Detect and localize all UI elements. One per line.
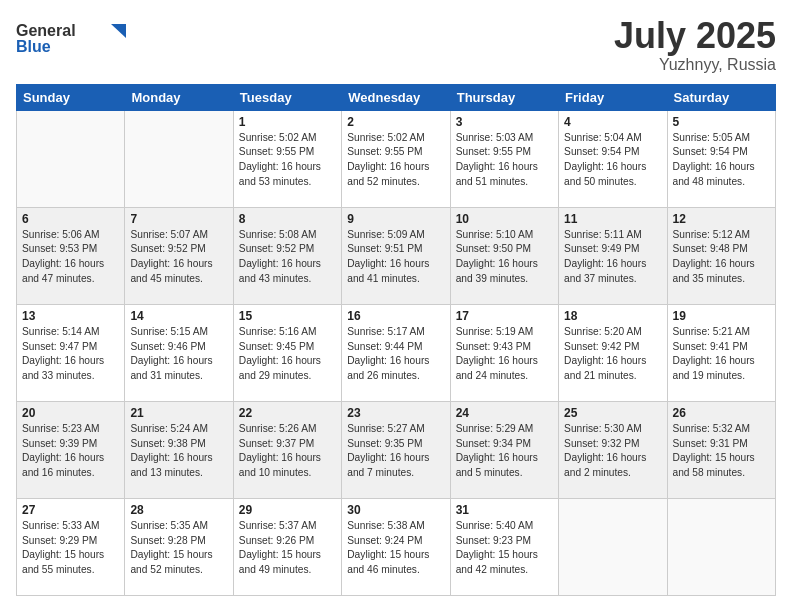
day-content: Sunrise: 5:30 AMSunset: 9:32 PMDaylight:…	[564, 422, 661, 481]
day-number: 13	[22, 309, 119, 323]
day-content: Sunrise: 5:15 AMSunset: 9:46 PMDaylight:…	[130, 325, 227, 384]
calendar-table: Sunday Monday Tuesday Wednesday Thursday…	[16, 84, 776, 596]
day-number: 31	[456, 503, 553, 517]
table-cell: 11Sunrise: 5:11 AMSunset: 9:49 PMDayligh…	[559, 207, 667, 304]
day-content: Sunrise: 5:21 AMSunset: 9:41 PMDaylight:…	[673, 325, 770, 384]
day-number: 24	[456, 406, 553, 420]
calendar-header-row: Sunday Monday Tuesday Wednesday Thursday…	[17, 84, 776, 110]
svg-marker-1	[111, 24, 126, 38]
day-number: 6	[22, 212, 119, 226]
day-content: Sunrise: 5:26 AMSunset: 9:37 PMDaylight:…	[239, 422, 336, 481]
logo: General Blue	[16, 16, 126, 60]
page: General Blue July 2025 Yuzhnyy, Russia S…	[0, 0, 792, 612]
day-content: Sunrise: 5:03 AMSunset: 9:55 PMDaylight:…	[456, 131, 553, 190]
day-number: 4	[564, 115, 661, 129]
table-cell: 19Sunrise: 5:21 AMSunset: 9:41 PMDayligh…	[667, 304, 775, 401]
table-cell: 17Sunrise: 5:19 AMSunset: 9:43 PMDayligh…	[450, 304, 558, 401]
day-number: 9	[347, 212, 444, 226]
day-content: Sunrise: 5:16 AMSunset: 9:45 PMDaylight:…	[239, 325, 336, 384]
col-friday: Friday	[559, 84, 667, 110]
logo-text: General Blue	[16, 16, 126, 60]
day-number: 26	[673, 406, 770, 420]
day-number: 20	[22, 406, 119, 420]
table-cell: 3Sunrise: 5:03 AMSunset: 9:55 PMDaylight…	[450, 110, 558, 207]
calendar-week-row: 13Sunrise: 5:14 AMSunset: 9:47 PMDayligh…	[17, 304, 776, 401]
day-number: 5	[673, 115, 770, 129]
day-content: Sunrise: 5:32 AMSunset: 9:31 PMDaylight:…	[673, 422, 770, 481]
table-cell: 30Sunrise: 5:38 AMSunset: 9:24 PMDayligh…	[342, 498, 450, 595]
day-number: 18	[564, 309, 661, 323]
day-content: Sunrise: 5:12 AMSunset: 9:48 PMDaylight:…	[673, 228, 770, 287]
table-cell	[559, 498, 667, 595]
day-content: Sunrise: 5:04 AMSunset: 9:54 PMDaylight:…	[564, 131, 661, 190]
day-number: 22	[239, 406, 336, 420]
month-title: July 2025	[614, 16, 776, 56]
table-cell: 10Sunrise: 5:10 AMSunset: 9:50 PMDayligh…	[450, 207, 558, 304]
day-content: Sunrise: 5:20 AMSunset: 9:42 PMDaylight:…	[564, 325, 661, 384]
table-cell: 6Sunrise: 5:06 AMSunset: 9:53 PMDaylight…	[17, 207, 125, 304]
day-number: 16	[347, 309, 444, 323]
day-number: 8	[239, 212, 336, 226]
day-content: Sunrise: 5:40 AMSunset: 9:23 PMDaylight:…	[456, 519, 553, 578]
day-content: Sunrise: 5:05 AMSunset: 9:54 PMDaylight:…	[673, 131, 770, 190]
day-content: Sunrise: 5:37 AMSunset: 9:26 PMDaylight:…	[239, 519, 336, 578]
table-cell: 8Sunrise: 5:08 AMSunset: 9:52 PMDaylight…	[233, 207, 341, 304]
svg-text:General: General	[16, 22, 76, 39]
table-cell: 13Sunrise: 5:14 AMSunset: 9:47 PMDayligh…	[17, 304, 125, 401]
day-number: 28	[130, 503, 227, 517]
col-sunday: Sunday	[17, 84, 125, 110]
table-cell: 29Sunrise: 5:37 AMSunset: 9:26 PMDayligh…	[233, 498, 341, 595]
day-content: Sunrise: 5:14 AMSunset: 9:47 PMDaylight:…	[22, 325, 119, 384]
day-number: 15	[239, 309, 336, 323]
table-cell: 2Sunrise: 5:02 AMSunset: 9:55 PMDaylight…	[342, 110, 450, 207]
day-content: Sunrise: 5:35 AMSunset: 9:28 PMDaylight:…	[130, 519, 227, 578]
day-content: Sunrise: 5:17 AMSunset: 9:44 PMDaylight:…	[347, 325, 444, 384]
day-content: Sunrise: 5:23 AMSunset: 9:39 PMDaylight:…	[22, 422, 119, 481]
table-cell: 5Sunrise: 5:05 AMSunset: 9:54 PMDaylight…	[667, 110, 775, 207]
day-content: Sunrise: 5:08 AMSunset: 9:52 PMDaylight:…	[239, 228, 336, 287]
col-saturday: Saturday	[667, 84, 775, 110]
svg-text:Blue: Blue	[16, 38, 51, 55]
calendar-week-row: 20Sunrise: 5:23 AMSunset: 9:39 PMDayligh…	[17, 401, 776, 498]
col-thursday: Thursday	[450, 84, 558, 110]
table-cell: 25Sunrise: 5:30 AMSunset: 9:32 PMDayligh…	[559, 401, 667, 498]
table-cell: 27Sunrise: 5:33 AMSunset: 9:29 PMDayligh…	[17, 498, 125, 595]
title-block: July 2025 Yuzhnyy, Russia	[614, 16, 776, 74]
table-cell	[125, 110, 233, 207]
day-content: Sunrise: 5:02 AMSunset: 9:55 PMDaylight:…	[239, 131, 336, 190]
table-cell: 14Sunrise: 5:15 AMSunset: 9:46 PMDayligh…	[125, 304, 233, 401]
table-cell: 4Sunrise: 5:04 AMSunset: 9:54 PMDaylight…	[559, 110, 667, 207]
col-monday: Monday	[125, 84, 233, 110]
day-number: 1	[239, 115, 336, 129]
table-cell: 12Sunrise: 5:12 AMSunset: 9:48 PMDayligh…	[667, 207, 775, 304]
day-content: Sunrise: 5:19 AMSunset: 9:43 PMDaylight:…	[456, 325, 553, 384]
table-cell: 21Sunrise: 5:24 AMSunset: 9:38 PMDayligh…	[125, 401, 233, 498]
day-number: 25	[564, 406, 661, 420]
table-cell: 18Sunrise: 5:20 AMSunset: 9:42 PMDayligh…	[559, 304, 667, 401]
col-wednesday: Wednesday	[342, 84, 450, 110]
table-cell: 20Sunrise: 5:23 AMSunset: 9:39 PMDayligh…	[17, 401, 125, 498]
day-number: 7	[130, 212, 227, 226]
day-number: 3	[456, 115, 553, 129]
table-cell	[667, 498, 775, 595]
calendar-week-row: 27Sunrise: 5:33 AMSunset: 9:29 PMDayligh…	[17, 498, 776, 595]
day-number: 23	[347, 406, 444, 420]
table-cell: 26Sunrise: 5:32 AMSunset: 9:31 PMDayligh…	[667, 401, 775, 498]
table-cell: 9Sunrise: 5:09 AMSunset: 9:51 PMDaylight…	[342, 207, 450, 304]
day-number: 30	[347, 503, 444, 517]
day-number: 12	[673, 212, 770, 226]
day-number: 19	[673, 309, 770, 323]
location-title: Yuzhnyy, Russia	[614, 56, 776, 74]
table-cell: 23Sunrise: 5:27 AMSunset: 9:35 PMDayligh…	[342, 401, 450, 498]
day-number: 11	[564, 212, 661, 226]
day-content: Sunrise: 5:06 AMSunset: 9:53 PMDaylight:…	[22, 228, 119, 287]
day-content: Sunrise: 5:38 AMSunset: 9:24 PMDaylight:…	[347, 519, 444, 578]
table-cell: 7Sunrise: 5:07 AMSunset: 9:52 PMDaylight…	[125, 207, 233, 304]
table-cell: 22Sunrise: 5:26 AMSunset: 9:37 PMDayligh…	[233, 401, 341, 498]
day-number: 2	[347, 115, 444, 129]
day-content: Sunrise: 5:07 AMSunset: 9:52 PMDaylight:…	[130, 228, 227, 287]
day-number: 27	[22, 503, 119, 517]
day-content: Sunrise: 5:10 AMSunset: 9:50 PMDaylight:…	[456, 228, 553, 287]
day-number: 29	[239, 503, 336, 517]
day-content: Sunrise: 5:02 AMSunset: 9:55 PMDaylight:…	[347, 131, 444, 190]
